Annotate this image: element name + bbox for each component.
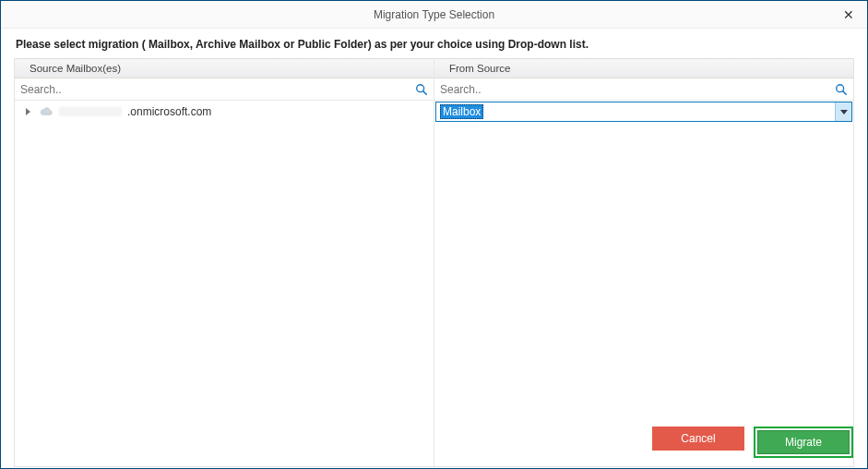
- main-panel: Source Mailbox(es) .onmicrosoft.com: [1, 58, 867, 467]
- from-source-body: [434, 123, 853, 466]
- source-mailbox-header: Source Mailbox(es): [15, 58, 434, 78]
- source-search-row: [15, 78, 434, 101]
- instruction-text: Please select migration ( Mailbox, Archi…: [1, 29, 867, 58]
- search-icon[interactable]: [410, 83, 434, 96]
- migration-type-selected-text: Mailbox: [440, 104, 483, 119]
- cloud-icon: [39, 106, 54, 117]
- migration-type-row: Mailbox: [434, 101, 853, 123]
- cancel-button[interactable]: Cancel: [652, 427, 744, 451]
- svg-line-3: [843, 90, 847, 94]
- search-icon[interactable]: [829, 83, 853, 96]
- window-titlebar: Migration Type Selection ✕: [1, 1, 867, 29]
- window-title: Migration Type Selection: [1, 8, 867, 21]
- svg-line-1: [423, 90, 427, 94]
- chevron-right-icon[interactable]: [26, 108, 30, 115]
- source-search-input[interactable]: [15, 78, 410, 100]
- migration-type-combobox[interactable]: Mailbox: [435, 102, 852, 122]
- redacted-tenant-name: [59, 107, 122, 116]
- tree-item-tenant[interactable]: .onmicrosoft.com: [15, 101, 434, 123]
- migration-type-value: Mailbox: [436, 102, 835, 121]
- from-source-search-input[interactable]: [434, 78, 829, 100]
- migrate-button[interactable]: Migrate: [757, 430, 850, 454]
- source-tree: .onmicrosoft.com: [15, 101, 434, 444]
- close-button[interactable]: ✕: [830, 1, 867, 29]
- combobox-dropdown-button[interactable]: [835, 102, 851, 121]
- chevron-down-icon: [840, 110, 848, 114]
- close-icon: ✕: [843, 7, 854, 22]
- from-source-search-row: [434, 78, 853, 101]
- migrate-button-highlight: Migrate: [754, 427, 853, 458]
- from-source-header: From Source: [434, 58, 853, 78]
- tenant-domain-suffix: .onmicrosoft.com: [127, 105, 211, 118]
- source-mailbox-column: Source Mailbox(es) .onmicrosoft.com: [15, 58, 434, 466]
- from-source-column: From Source Mailbox: [434, 58, 853, 466]
- dialog-footer: Cancel Migrate: [652, 427, 853, 458]
